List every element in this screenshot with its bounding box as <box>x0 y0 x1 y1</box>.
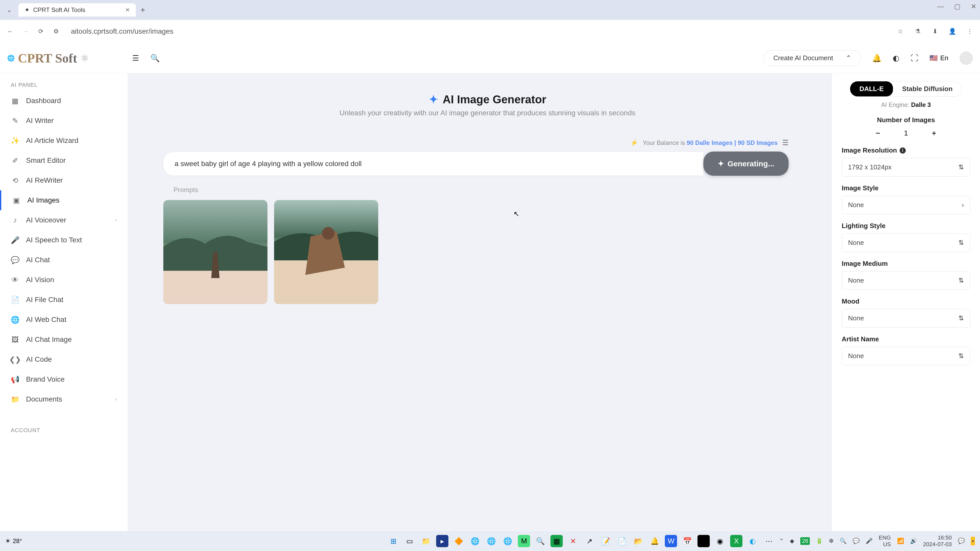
taskbar-notepad-icon[interactable]: 📝 <box>600 535 612 547</box>
sidebar-item-ai-vision[interactable]: 👁AI Vision <box>0 270 127 290</box>
taskbar-explorer-icon[interactable]: 📁 <box>420 535 432 547</box>
taskbar-app2-icon[interactable]: M <box>518 535 530 547</box>
taskbar-app5-icon[interactable]: ↗ <box>583 535 595 547</box>
tray-language[interactable]: ENGUS <box>879 534 891 548</box>
dark-mode-icon[interactable]: ◐ <box>893 54 899 62</box>
lighting-select[interactable]: None⇅ <box>842 233 970 252</box>
user-avatar[interactable] <box>959 52 973 65</box>
taskbar-more-icon[interactable]: ⋯ <box>763 535 775 547</box>
taskbar-taskview-icon[interactable]: ▭ <box>404 535 416 547</box>
sidebar-item-documents[interactable]: 📁Documents› <box>0 389 127 409</box>
taskbar-chrome2-icon[interactable]: 🌐 <box>485 535 497 547</box>
taskbar-app-icon[interactable]: 🔶 <box>452 535 465 547</box>
taskbar-app7-icon[interactable]: 🔔 <box>649 535 661 547</box>
new-tab-icon[interactable]: + <box>140 5 145 15</box>
info-icon[interactable]: i <box>900 148 906 154</box>
engine-tabs: DALL-E Stable Diffusion <box>850 81 962 97</box>
sidebar-item-dashboard[interactable]: ▦Dashboard <box>0 91 127 111</box>
weather-widget[interactable]: ☀28° <box>5 537 22 545</box>
window-close-icon[interactable]: ✕ <box>971 3 977 11</box>
language-selector[interactable]: 🇺🇸 En <box>929 54 948 62</box>
window-maximize-icon[interactable]: ▢ <box>954 3 961 11</box>
nav-reload-icon[interactable]: ⟳ <box>37 27 45 35</box>
bookmark-icon[interactable]: ☆ <box>896 27 904 35</box>
menu-icon[interactable]: ⋮ <box>966 27 974 35</box>
nav-forward-icon[interactable]: → <box>21 27 30 35</box>
sidebar-toggle-icon[interactable]: ☰ <box>132 54 139 62</box>
sidebar-item-ai-chat[interactable]: 💬AI Chat <box>0 250 127 270</box>
generate-button[interactable]: ✦ Generating... <box>703 151 789 176</box>
tray-notifications-icon[interactable]: 💬 <box>958 538 965 545</box>
sidebar-item-smart-editor[interactable]: ✐Smart Editor <box>0 151 127 170</box>
artist-select[interactable]: None⇅ <box>842 347 970 365</box>
nav-back-icon[interactable]: ← <box>6 27 14 35</box>
gallery-image-2[interactable] <box>274 200 378 304</box>
taskbar-chrome-icon[interactable]: 🌐 <box>469 535 481 547</box>
profile-icon[interactable]: 👤 <box>948 27 956 35</box>
tab-stable-diffusion[interactable]: Stable Diffusion <box>893 81 962 97</box>
tray-app2-icon[interactable]: ❇ <box>829 538 834 545</box>
taskbar-steam-icon[interactable]: ◉ <box>714 535 726 547</box>
window-minimize-icon[interactable]: — <box>937 3 944 11</box>
sidebar-item-ai-rewriter[interactable]: ⟲AI ReWriter <box>0 170 127 190</box>
taskbar-terminal-icon[interactable]: ▸ <box>436 535 449 547</box>
tray-mic-icon[interactable]: 🎤 <box>865 538 873 545</box>
taskbar-edge-icon[interactable]: ◐ <box>746 535 759 547</box>
prompt-input[interactable] <box>163 152 703 176</box>
tray-search-icon[interactable]: 🔍 <box>840 538 846 545</box>
taskbar-folder-icon[interactable]: 📂 <box>632 535 644 547</box>
sidebar-item-brand-voice[interactable]: 📢Brand Voice <box>0 369 127 389</box>
sidebar-item-speech-to-text[interactable]: 🎤AI Speech to Text <box>0 230 127 250</box>
taskbar-excel-icon[interactable]: X <box>730 535 742 547</box>
site-info-icon[interactable]: ⚙ <box>52 27 60 35</box>
tray-wifi-icon[interactable]: 📶 <box>897 538 904 545</box>
tray-chat-icon[interactable]: 💬 <box>853 538 859 545</box>
fullscreen-icon[interactable]: ⛶ <box>911 54 918 62</box>
sidebar-item-ai-code[interactable]: ❮❯AI Code <box>0 349 127 369</box>
taskbar-app3-icon[interactable]: ▦ <box>550 535 563 547</box>
taskbar-start-icon[interactable]: ⊞ <box>387 535 399 547</box>
sidebar-item-ai-writer[interactable]: ✎AI Writer <box>0 111 127 130</box>
tray-battery-icon[interactable]: 🔋 <box>816 538 823 545</box>
gallery-image-1[interactable] <box>163 200 267 304</box>
downloads-icon[interactable]: ⬇ <box>931 27 939 35</box>
sidebar-item-ai-chat-image[interactable]: 🖼AI Chat Image <box>0 330 127 349</box>
browser-chrome: — ▢ ✕ ⌄ ✦ CPRT Soft AI Tools × + ← → ⟳ ⚙… <box>0 0 980 43</box>
taskbar-chrome3-icon[interactable]: 🌐 <box>501 535 514 547</box>
labs-icon[interactable]: ⚗ <box>914 27 922 35</box>
browser-tab[interactable]: ✦ CPRT Soft AI Tools × <box>18 3 136 17</box>
style-select[interactable]: None› <box>842 196 970 214</box>
taskbar-word-icon[interactable]: W <box>665 535 677 547</box>
sidebar-item-ai-images[interactable]: ▣AI Images <box>0 190 127 210</box>
tray-app3-icon[interactable]: ▪ <box>971 537 975 545</box>
taskbar-app6-icon[interactable]: 📄 <box>616 535 628 547</box>
settings-sliders-icon[interactable]: ☰ <box>782 138 789 147</box>
tray-date-icon[interactable]: 26 <box>800 537 810 545</box>
taskbar-search-icon[interactable]: 🔍 <box>534 535 546 547</box>
medium-select[interactable]: None⇅ <box>842 271 970 290</box>
taskbar-app8-icon[interactable]: ▪ <box>697 535 710 547</box>
tray-chevron-icon[interactable]: ⌃ <box>779 538 784 545</box>
notifications-icon[interactable]: 🔔 <box>872 54 881 62</box>
sidebar-item-article-wizard[interactable]: ✨AI Article Wizard <box>0 130 127 151</box>
sidebar-item-ai-voiceover[interactable]: ♪AI Voiceover› <box>0 210 127 230</box>
tabs-dropdown-icon[interactable]: ⌄ <box>5 6 13 14</box>
wand-icon: ✨ <box>11 136 19 145</box>
increase-button[interactable]: + <box>928 127 940 139</box>
sidebar-item-ai-web-chat[interactable]: 🌐AI Web Chat <box>0 310 127 330</box>
create-document-button[interactable]: Create AI Document ⌃ <box>764 50 861 66</box>
search-icon[interactable]: 🔍 <box>150 54 160 62</box>
taskbar-calendar-icon[interactable]: 📅 <box>681 535 694 547</box>
resolution-select[interactable]: 1792 x 1024px⇅ <box>842 158 970 176</box>
tray-volume-icon[interactable]: 🔊 <box>910 538 917 545</box>
sidebar-item-ai-file-chat[interactable]: 📄AI File Chat <box>0 290 127 310</box>
mood-select[interactable]: None⇅ <box>842 309 970 327</box>
tray-clock[interactable]: 16:502024-07-03 <box>923 534 952 548</box>
decrease-button[interactable]: − <box>872 127 883 139</box>
address-bar[interactable]: aitools.cprtsoft.com/user/images <box>67 27 889 35</box>
logo[interactable]: 🌐 CPRT Soft ⚛ <box>7 51 119 65</box>
tab-dalle[interactable]: DALL-E <box>850 81 893 97</box>
tray-app-icon[interactable]: ◆ <box>790 538 794 545</box>
taskbar-app4-icon[interactable]: ✕ <box>567 535 579 547</box>
tab-close-icon[interactable]: × <box>126 6 130 14</box>
